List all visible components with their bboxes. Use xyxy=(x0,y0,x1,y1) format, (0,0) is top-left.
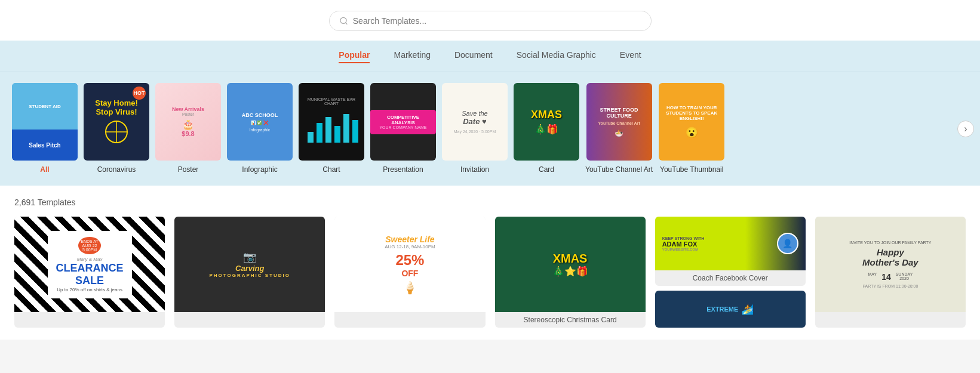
template-card-carving[interactable]: 📷 Carving PHOTOGRAPHIC STUDIO xyxy=(174,217,325,328)
type-card-label: Card xyxy=(539,165,554,174)
template-card-xmas[interactable]: XMAS 🎄⭐🎁 Stereoscopic Christmas Card xyxy=(495,217,646,328)
type-invitation-label: Invitation xyxy=(460,165,489,174)
card-coach-name: Coach Facebook Cover xyxy=(655,270,806,286)
type-coronavirus[interactable]: HOT Stay Home! Stop Virus! Coronavirus xyxy=(84,83,149,174)
tab-social-media[interactable]: Social Media Graphic xyxy=(517,50,596,63)
svg-rect-5 xyxy=(308,132,314,143)
svg-point-0 xyxy=(340,17,346,23)
type-invitation[interactable]: Save the Date ♥ May 24,2020 · 5:00PM Inv… xyxy=(442,83,508,174)
templates-count: 2,691 Templates xyxy=(14,198,966,207)
tab-document[interactable]: Document xyxy=(454,50,493,63)
template-card-clearance[interactable]: ENDS ATAUG 225:00PM Mary & Max CLEARANCE… xyxy=(14,217,165,328)
svg-rect-7 xyxy=(325,117,331,143)
type-infographic[interactable]: ABC SCHOOL 📊 ✅ ❌ Infographic Infographic xyxy=(227,83,293,174)
templates-grid: ENDS ATAUG 225:00PM Mary & Max CLEARANCE… xyxy=(14,217,966,328)
templates-section: 2,691 Templates ENDS ATAUG 225:00PM Mary… xyxy=(0,186,980,340)
type-presentation-label: Presentation xyxy=(383,165,423,174)
card-mothers-name xyxy=(815,312,966,319)
card-sweeter-name xyxy=(334,312,485,319)
template-card-extreme[interactable]: EXTREME 🏄 xyxy=(655,291,806,328)
type-presentation[interactable]: COMPETITIVE ANALYSIS YOUR COMPANY NAME P… xyxy=(370,83,436,174)
template-card-mothers[interactable]: INVITE YOU TO JOIN OUR FAMILY PARTY Happ… xyxy=(815,217,966,328)
scroll-next-button[interactable]: › xyxy=(957,121,974,137)
search-container xyxy=(0,0,980,41)
card-xmas-name: Stereoscopic Christmas Card xyxy=(495,312,646,328)
tab-marketing[interactable]: Marketing xyxy=(394,50,430,63)
svg-rect-8 xyxy=(334,126,340,143)
search-icon xyxy=(339,16,348,26)
svg-rect-9 xyxy=(343,114,349,143)
card-carving-name xyxy=(174,312,325,319)
type-youtube-art-label: YouTube Channel Art xyxy=(585,165,653,174)
card-clearance-name xyxy=(14,312,165,319)
category-banner: Popular Marketing Document Social Media … xyxy=(0,41,980,186)
tab-popular[interactable]: Popular xyxy=(339,50,370,63)
type-chart-label: Chart xyxy=(322,165,340,174)
search-box xyxy=(329,11,652,31)
type-chart[interactable]: MUNICIPAL WASTE BAR CHART Chart xyxy=(299,83,364,174)
category-tabs: Popular Marketing Document Social Media … xyxy=(0,50,980,72)
type-youtube-thumb-label: YouTube Thumbnail xyxy=(660,165,723,174)
type-youtube-thumb[interactable]: HOW TO TRAIN YOUR STUDENTS TO SPEAK ENGL… xyxy=(659,83,724,174)
type-all-label: All xyxy=(40,165,49,174)
tab-event[interactable]: Event xyxy=(620,50,641,63)
type-poster[interactable]: New Arrivals Poster 🎂 $9.8 Poster xyxy=(155,83,221,174)
template-col-5: KEEP STRONG WITH ADAM FOX YOURWEBSITE.CO… xyxy=(655,217,806,328)
type-poster-label: Poster xyxy=(178,165,199,174)
type-coronavirus-label: Coronavirus xyxy=(97,165,136,174)
search-input[interactable] xyxy=(353,16,641,26)
template-card-coach[interactable]: KEEP STRONG WITH ADAM FOX YOURWEBSITE.CO… xyxy=(655,217,806,286)
svg-line-1 xyxy=(345,23,347,24)
type-youtube-art[interactable]: STREET FOOD CULTURE YouTube Channel Art … xyxy=(585,83,653,174)
svg-rect-10 xyxy=(352,120,358,143)
type-all[interactable]: STUDENT AID Sales Pitch All xyxy=(12,83,78,174)
svg-rect-6 xyxy=(317,123,322,143)
type-infographic-label: Infographic xyxy=(242,165,277,174)
type-card[interactable]: XMAS 🎄🎁 Card xyxy=(514,83,579,174)
hot-badge: HOT xyxy=(133,87,146,100)
template-types-row: STUDENT AID Sales Pitch All HOT Stay Hom… xyxy=(0,72,980,186)
template-card-sweeter[interactable]: Sweeter Life AUG 12-18, 9AM-10PM 25% OFF… xyxy=(334,217,485,328)
